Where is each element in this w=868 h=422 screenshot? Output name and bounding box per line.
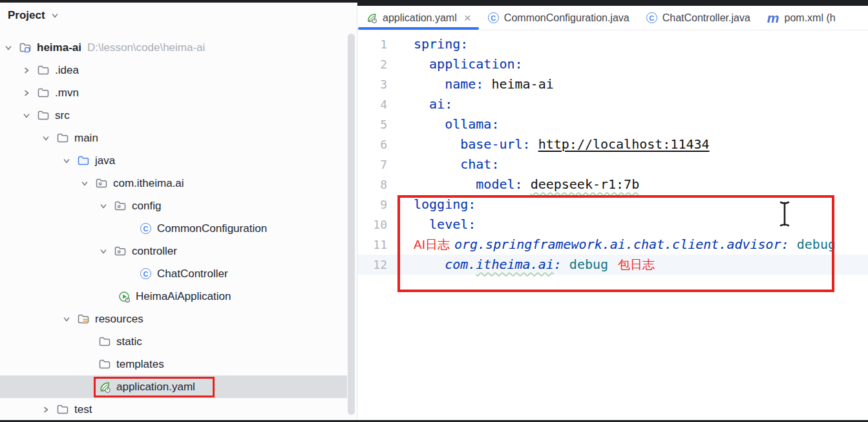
- project-panel: Project heima-ai D:\lesson\code\heima-ai…: [0, 0, 357, 422]
- close-icon[interactable]: ×: [464, 12, 471, 24]
- folder-icon: [98, 358, 111, 371]
- tree-item-mvn[interactable]: .mvn: [0, 81, 347, 104]
- text-cursor-icon: [778, 199, 791, 229]
- window-top-edge: [0, 0, 868, 3]
- tree-item-idea[interactable]: .idea: [0, 59, 347, 81]
- java-class-icon: C: [140, 223, 151, 234]
- yaml-key: ai:: [414, 96, 452, 112]
- line-number: 8: [357, 174, 395, 195]
- project-folder-icon: [19, 41, 32, 54]
- tree-item-resources[interactable]: resources: [0, 308, 347, 330]
- tree-item-chat-controller[interactable]: C ChatController: [0, 262, 347, 285]
- tree-item-label: HeimaAiApplication: [136, 290, 231, 303]
- tree-item-src[interactable]: src: [0, 104, 347, 127]
- url-value: http://localhost:11434: [538, 136, 710, 152]
- folder-icon: [37, 87, 50, 100]
- editor-tab-bar: application.yaml × C CommonConfiguration…: [357, 6, 868, 30]
- chevron-down-icon[interactable]: [61, 314, 72, 324]
- yaml-value: heima-ai: [483, 76, 553, 92]
- project-path: D:\lesson\code\heima-ai: [87, 41, 205, 54]
- tree-item-label: application.yaml: [116, 381, 195, 394]
- line-number: 11: [357, 235, 395, 255]
- project-tree: heima-ai D:\lesson\code\heima-ai .idea .…: [0, 36, 347, 421]
- tree-item-label: com.itheima.ai: [113, 177, 184, 190]
- line-number: 9: [357, 195, 395, 215]
- code-line[interactable]: 2 application:: [357, 54, 868, 74]
- yaml-key: base-url:: [414, 136, 531, 152]
- folder-icon: [56, 403, 69, 416]
- tree-item-config[interactable]: config: [0, 195, 347, 217]
- chevron-down-icon[interactable]: [98, 246, 109, 257]
- chevron-down-icon[interactable]: [79, 178, 90, 189]
- chevron-right-icon[interactable]: [21, 88, 32, 98]
- code-line[interactable]: 7 chat:: [357, 154, 868, 174]
- yaml-value-typo: deepseek-r1:7b: [531, 176, 640, 192]
- tree-item-test[interactable]: test: [0, 398, 347, 421]
- java-class-icon: C: [140, 268, 151, 279]
- tree-item-label: CommonConfiguration: [157, 222, 267, 235]
- tree-item-label: controller: [132, 245, 177, 258]
- chevron-down-icon[interactable]: [50, 10, 60, 21]
- folder-icon: [98, 335, 111, 348]
- tab-label: pom.xml (h: [784, 12, 835, 24]
- tree-item-java[interactable]: java: [0, 149, 347, 172]
- tree-item-label: java: [95, 154, 115, 167]
- tab-pom-xml[interactable]: m pom.xml (h: [759, 6, 844, 30]
- tree-item-com-itheima-ai[interactable]: com.itheima.ai: [0, 172, 347, 195]
- tab-common-configuration-java[interactable]: C CommonConfiguration.java: [480, 6, 638, 30]
- tree-item-application-yaml[interactable]: application.yaml: [0, 375, 347, 398]
- tree-item-templates[interactable]: templates: [0, 353, 347, 375]
- chevron-right-icon[interactable]: [41, 405, 51, 415]
- tree-item-common-configuration[interactable]: C CommonConfiguration: [0, 217, 347, 240]
- folder-icon: [37, 109, 50, 122]
- line-number: 5: [357, 114, 395, 134]
- code-line[interactable]: 1 spring:: [357, 34, 868, 54]
- line-number: 4: [357, 94, 395, 114]
- chevron-down-icon[interactable]: [98, 201, 109, 211]
- java-class-icon: C: [488, 12, 499, 23]
- chevron-right-icon[interactable]: [21, 65, 32, 76]
- package-icon: [114, 200, 127, 213]
- tree-item-label: resources: [95, 313, 143, 326]
- project-panel-header[interactable]: Project: [8, 9, 65, 22]
- chevron-down-icon[interactable]: [21, 111, 32, 121]
- editor-pane: application.yaml × C CommonConfiguration…: [357, 0, 868, 422]
- project-panel-scrollbar[interactable]: [348, 34, 355, 415]
- chevron-down-icon[interactable]: [61, 156, 72, 166]
- folder-icon: [37, 64, 50, 77]
- source-folder-icon: [77, 154, 90, 167]
- tree-item-label: src: [55, 109, 70, 122]
- chevron-down-icon[interactable]: [3, 43, 14, 53]
- tree-item-label: main: [74, 132, 98, 145]
- yaml-key: ollama:: [414, 116, 499, 132]
- spring-config-file-icon: [98, 381, 111, 394]
- package-icon: [114, 245, 127, 258]
- tree-item-label: templates: [116, 358, 164, 371]
- line-number: 10: [357, 215, 395, 235]
- chevron-down-icon[interactable]: [41, 133, 51, 143]
- spring-boot-class-icon: [118, 290, 131, 303]
- yaml-key: chat:: [414, 156, 499, 172]
- tree-item-heima-ai-root[interactable]: heima-ai D:\lesson\code\heima-ai: [0, 36, 347, 59]
- tab-label: ChatController.java: [662, 12, 750, 24]
- tree-item-static[interactable]: static: [0, 330, 347, 353]
- code-line[interactable]: 4 ai:: [357, 94, 868, 114]
- code-line[interactable]: 3 name: heima-ai: [357, 74, 868, 94]
- red-annotation-box: [397, 195, 834, 292]
- tree-item-main[interactable]: main: [0, 127, 347, 149]
- line-number: 1: [357, 34, 395, 54]
- tree-item-heima-ai-application[interactable]: HeimaAiApplication: [0, 285, 347, 308]
- tab-application-yaml[interactable]: application.yaml ×: [357, 6, 480, 30]
- tab-chat-controller-java[interactable]: C ChatController.java: [638, 6, 759, 30]
- line-number: 7: [357, 154, 395, 174]
- maven-icon: m: [767, 11, 779, 25]
- tree-item-controller[interactable]: controller: [0, 240, 347, 262]
- red-annotation-box: application.yaml: [94, 377, 215, 397]
- code-line[interactable]: 5 ollama:: [357, 114, 868, 134]
- folder-icon: [56, 132, 69, 145]
- yaml-key: model:: [414, 176, 523, 192]
- yaml-key: application:: [414, 56, 523, 72]
- code-line[interactable]: 6 base-url: http://localhost:11434: [357, 134, 868, 154]
- project-panel-title: Project: [8, 9, 45, 22]
- code-line[interactable]: 8 model: deepseek-r1:7b: [357, 174, 868, 195]
